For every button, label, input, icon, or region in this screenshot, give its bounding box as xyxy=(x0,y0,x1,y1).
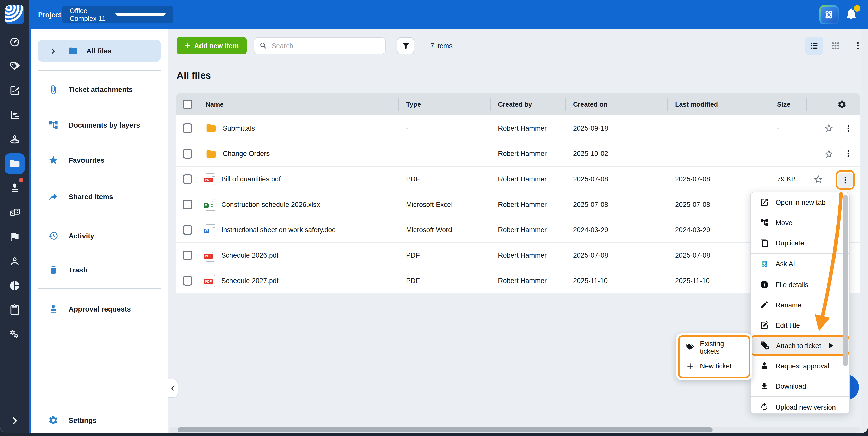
row-checkbox[interactable] xyxy=(183,251,192,260)
search-icon xyxy=(259,42,268,50)
menu-item-ask-ai[interactable]: Ask AI xyxy=(751,254,849,274)
sidebar-item-ticket-attachments[interactable]: Ticket attachments xyxy=(31,78,167,100)
submenu-arrow-icon xyxy=(830,343,834,348)
column-header[interactable]: Type xyxy=(399,93,491,115)
person-icon xyxy=(9,256,20,267)
sidebar-divider xyxy=(37,216,161,216)
chevron-right-icon xyxy=(10,416,20,426)
file-type: - xyxy=(399,124,491,132)
rail-item-flag[interactable] xyxy=(0,225,29,249)
menu-item-edit-title[interactable]: Edit title xyxy=(751,315,849,336)
document-edit-icon xyxy=(9,85,20,96)
favourite-star-button[interactable] xyxy=(824,149,834,159)
rail-item-tags[interactable] xyxy=(0,54,29,78)
chevron-right-icon xyxy=(49,47,57,55)
file-size: - xyxy=(770,150,807,157)
file-name: Schedule 2027.pdf xyxy=(221,277,278,285)
sidebar-item-label: All files xyxy=(86,47,112,55)
row-checkbox[interactable] xyxy=(183,276,192,286)
row-kebab-highlight[interactable] xyxy=(836,170,855,190)
sidebar-item-shared-items[interactable]: Shared Items xyxy=(31,185,167,208)
vertical-scrollbar-gutter[interactable] xyxy=(861,29,868,433)
filter-button[interactable] xyxy=(397,37,414,54)
column-header[interactable]: Created on xyxy=(566,93,668,115)
folder-icon xyxy=(68,46,78,56)
app-logo[interactable] xyxy=(0,0,29,29)
row-checkbox[interactable] xyxy=(183,200,192,209)
sidebar-item-settings[interactable]: Settings xyxy=(31,409,167,431)
menu-item-rename[interactable]: Rename xyxy=(751,295,849,315)
file-type: PDF xyxy=(399,252,491,259)
menu-item-move[interactable]: Move xyxy=(751,212,849,233)
menu-item-duplicate[interactable]: Duplicate xyxy=(751,233,849,253)
rail-item-pie-chart[interactable] xyxy=(0,273,29,298)
menu-item-request-approval[interactable]: Request approval xyxy=(751,356,849,376)
sidebar-collapse-handle[interactable] xyxy=(167,379,178,398)
rail-expand-button[interactable] xyxy=(0,413,29,428)
file-type: Microsoft Excel xyxy=(399,201,491,208)
submenu-item-new-ticket[interactable]: New ticket xyxy=(680,357,749,376)
table-row[interactable]: Change Orders-Robert Hammer2025-10-02- xyxy=(176,141,860,166)
menu-item-file-details[interactable]: File details xyxy=(751,274,849,295)
row-menu-button[interactable] xyxy=(844,124,853,133)
rail-item-person-pin[interactable] xyxy=(0,127,29,151)
sidebar-item-favourites[interactable]: Favourites xyxy=(31,149,167,171)
row-checkbox[interactable] xyxy=(183,225,192,235)
rail-item-gears[interactable] xyxy=(0,322,29,347)
menu-item-upload-new-version[interactable]: Upload new version xyxy=(751,397,849,414)
sidebar: All filesTicket attachmentsDocuments by … xyxy=(31,29,167,433)
submenu-item-label: New ticket xyxy=(700,362,732,370)
stamp-icon xyxy=(760,361,769,371)
info-icon xyxy=(760,280,769,289)
row-checkbox[interactable] xyxy=(183,123,192,133)
menu-item-download[interactable]: Download xyxy=(751,376,849,396)
sidebar-item-documents-by-layers[interactable]: Documents by layers xyxy=(31,114,167,136)
sidebar-item-all-files[interactable]: All files xyxy=(37,40,161,62)
add-new-item-button[interactable]: + Add new item xyxy=(177,37,247,54)
ai-assistant-button[interactable] xyxy=(819,5,839,24)
menu-item-open-in-new-tab[interactable]: Open in new tab xyxy=(751,192,849,212)
sidebar-item-approval-requests[interactable]: Approval requests xyxy=(31,298,167,320)
created-on: 2025-07-08 xyxy=(566,175,668,183)
search-input[interactable] xyxy=(272,42,380,50)
menu-scrollbar-thumb[interactable] xyxy=(843,195,848,367)
rail-item-bar-chart[interactable] xyxy=(0,103,29,127)
select-all-checkbox[interactable] xyxy=(183,99,192,109)
table-row[interactable]: PDFBill of quantities.pdfPDFRobert Hamme… xyxy=(176,166,860,192)
rail-item-gauge[interactable] xyxy=(0,29,29,54)
rail-item-clipboard[interactable] xyxy=(0,298,29,322)
table-settings-gear[interactable] xyxy=(807,93,860,115)
favourite-star-button[interactable] xyxy=(813,174,823,184)
menu-item-label: File details xyxy=(776,281,808,288)
row-checkbox[interactable] xyxy=(183,149,192,158)
grid-view-toggle[interactable] xyxy=(826,37,845,55)
table-row[interactable]: Submittals-Robert Hammer2025-09-18- xyxy=(176,115,860,141)
column-header[interactable]: Last modified xyxy=(668,93,770,115)
project-label: Project xyxy=(38,0,61,29)
list-view-toggle[interactable] xyxy=(805,37,823,55)
menu-item-attach-to-ticket[interactable]: Attach to ticket xyxy=(750,336,850,356)
column-header[interactable]: Name xyxy=(198,93,399,115)
rail-item-folder[interactable] xyxy=(0,151,29,176)
rail-item-stamp[interactable] xyxy=(0,176,29,200)
column-header[interactable]: Size xyxy=(770,93,807,115)
horizontal-scrollbar-thumb[interactable] xyxy=(178,427,713,432)
trash-icon xyxy=(48,265,58,275)
created-on: 2025-10-02 xyxy=(566,150,668,157)
submenu-item-existing-tickets[interactable]: Existing tickets xyxy=(680,338,749,357)
rail-item-document-edit[interactable] xyxy=(0,78,29,103)
sidebar-item-activity[interactable]: Activity xyxy=(31,225,167,247)
notifications-button[interactable] xyxy=(845,7,859,21)
created-by: Robert Hammer xyxy=(491,277,566,285)
menu-item-label: Request approval xyxy=(776,362,830,370)
project-selector[interactable]: Office Complex 11 xyxy=(62,6,173,23)
rail-item-dice[interactable] xyxy=(0,200,29,225)
row-menu-button[interactable] xyxy=(844,149,853,158)
column-header[interactable]: Created by xyxy=(491,93,566,115)
sidebar-item-trash[interactable]: Trash xyxy=(31,259,167,281)
row-checkbox[interactable] xyxy=(183,174,192,184)
menu-item-label: Open in new tab xyxy=(776,198,826,206)
rail-item-person[interactable] xyxy=(0,249,29,273)
sidebar-item-label: Favourites xyxy=(68,156,104,164)
favourite-star-button[interactable] xyxy=(824,123,834,133)
